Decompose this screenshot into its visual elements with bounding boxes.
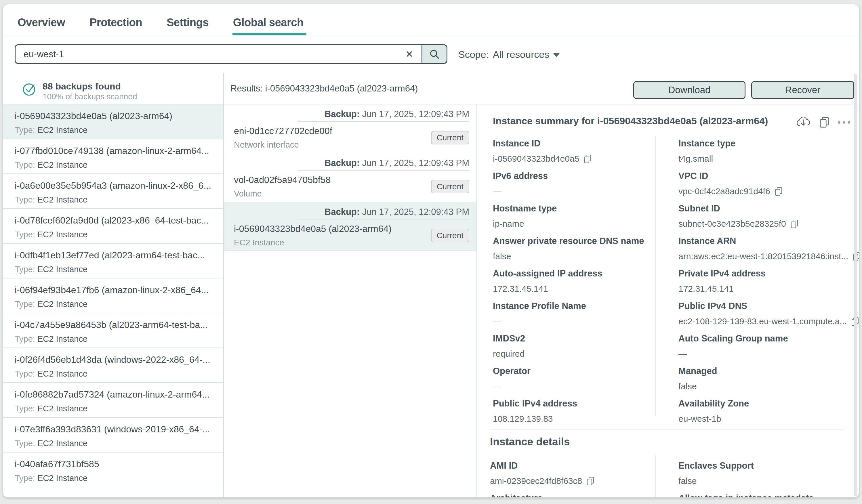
field-label: IPv6 address — [493, 171, 650, 181]
caret-down-icon — [553, 53, 560, 57]
backup-entries: Backup: Jun 17, 2025, 12:09:43 PM eni-0d… — [224, 104, 476, 498]
copy-icon[interactable] — [774, 187, 783, 196]
search-input[interactable]: eu-west-1 × — [15, 44, 422, 64]
download-button[interactable]: Download — [633, 81, 745, 99]
more-options-icon[interactable] — [838, 121, 850, 124]
list-item[interactable]: i-0d78fcef602fa9d0d (al2023-x86_64-test-… — [3, 209, 223, 244]
clear-search-button[interactable]: × — [404, 48, 415, 60]
instance-details-title: Instance details — [490, 436, 570, 448]
field-label: Instance type — [678, 138, 851, 149]
field-value: required — [493, 349, 650, 359]
field-label: Public IPv4 DNS — [678, 301, 851, 311]
backup-entry[interactable]: Backup: Jun 17, 2025, 12:09:43 PM eni-0d… — [224, 104, 476, 153]
scope-dropdown[interactable]: Scope: All resources — [458, 36, 560, 73]
tab-bar: Overview Protection Settings Global sear… — [3, 4, 859, 35]
field-value: false — [678, 476, 851, 486]
instance-summary-title: Instance summary for i-0569043323bd4e0a5… — [493, 115, 768, 127]
list-item[interactable]: i-07e3ff6a393d83631 (windows-2019-x86_64… — [3, 418, 223, 452]
tab-settings[interactable]: Settings — [167, 10, 209, 35]
field-value: — — [678, 349, 851, 359]
field-value: eu-west-1b — [678, 414, 851, 424]
field-label: VPC ID — [678, 171, 851, 181]
field-value: ip-name — [493, 218, 650, 229]
field-label: Allow tags in instance metadata — [678, 493, 851, 498]
status-badge: Current — [431, 229, 469, 242]
results-header-band: 88 backups found 100% of backups scanned… — [3, 73, 859, 104]
active-tab-underline — [233, 33, 306, 35]
field-value: ami-0239cec24fd8f63c8 — [490, 476, 647, 486]
scope-label: Scope: — [458, 49, 489, 60]
field-value: 172.31.45.141 — [678, 284, 851, 294]
list-item[interactable]: i-0a6e00e35e5b954a3 (amazon-linux-2-x86_… — [3, 174, 223, 209]
status-badge: Current — [431, 131, 469, 144]
field-value: vpc-0cf4c2a8adc91d4f6 — [678, 186, 851, 197]
field-label: Enclaves Support — [678, 461, 851, 471]
tab-global-search[interactable]: Global search — [233, 10, 303, 35]
field-label: Instance Profile Name — [493, 301, 650, 311]
entry-type: Network interface — [234, 140, 299, 149]
backups-found-count: 88 backups found — [42, 81, 137, 92]
field-column-divider — [655, 135, 656, 416]
list-item[interactable]: i-06f94ef93b4e17fb6 (amazon-linux-2-x86_… — [3, 278, 223, 313]
recover-button[interactable]: Recover — [751, 81, 854, 99]
backup-list: i-0569043323bd4e0a5 (al2023-arm64) Type:… — [3, 104, 223, 498]
list-item[interactable]: i-0fe86882b7ad57324 (amazon-linux-2-arm6… — [3, 383, 223, 418]
vertical-scrollbar[interactable] — [854, 74, 858, 496]
list-item[interactable]: i-0dfb4f1eb13ef77ed (al2023-arm64-test-b… — [3, 244, 223, 278]
field-label: Subnet ID — [678, 203, 851, 214]
field-label: Managed — [678, 366, 851, 376]
field-label: Auto-assigned IP address — [493, 268, 650, 279]
backup-entry[interactable]: Backup: Jun 17, 2025, 12:09:43 PM vol-0a… — [224, 153, 476, 202]
field-label: Availability Zone — [678, 398, 851, 409]
field-label: IMDSv2 — [493, 333, 650, 344]
field-column-divider — [655, 455, 656, 498]
copy-icon[interactable] — [586, 476, 595, 486]
page: { "tabs": { "items": [ { "label": "Overv… — [0, 0, 862, 504]
list-item[interactable]: i-0569043323bd4e0a5 (al2023-arm64) Type:… — [3, 104, 223, 139]
copy-icon[interactable] — [790, 219, 799, 229]
field-label: Public IPv4 address — [493, 398, 650, 409]
search-button[interactable] — [421, 44, 447, 64]
cloud-download-icon[interactable] — [796, 116, 811, 129]
copy-icon[interactable] — [819, 116, 830, 128]
search-toolbar: eu-west-1 × Scope: All resources — [3, 36, 859, 73]
status-badge: Current — [431, 180, 469, 193]
field-label: Hostname type — [493, 203, 650, 214]
results-title: Results: i-0569043323bd4e0a5 (al2023-arm… — [231, 83, 418, 94]
backup-entry[interactable]: Backup: Jun 17, 2025, 12:09:43 PM i-0569… — [224, 202, 476, 251]
field-value: 108.129.139.83 — [493, 414, 650, 424]
field-label: Private IPv4 address — [678, 268, 851, 279]
field-value: false — [493, 251, 650, 262]
field-value: t4g.small — [678, 154, 851, 164]
scan-status: 88 backups found 100% of backups scanned — [22, 81, 137, 102]
field-value: ec2-108-129-139-83.eu-west-1.compute.a..… — [678, 316, 851, 327]
list-item[interactable]: i-040afa67f731bf585 Type: EC2 Instance — [3, 452, 223, 487]
scope-value: All resources — [493, 49, 550, 60]
tab-overview[interactable]: Overview — [17, 10, 65, 35]
search-icon — [429, 48, 440, 60]
tab-protection[interactable]: Protection — [90, 10, 142, 35]
instance-summary-panel: Instance summary for i-0569043323bd4e0a5… — [477, 104, 859, 498]
search-input-value: eu-west-1 — [24, 49, 404, 59]
entry-name: i-0569043323bd4e0a5 (al2023-arm64) — [234, 224, 392, 234]
field-value: — — [493, 186, 650, 197]
content-area: i-0569043323bd4e0a5 (al2023-arm64) Type:… — [3, 104, 859, 498]
list-item[interactable]: i-04c7a455e9a86453b (al2023-arm64-test-b… — [3, 313, 223, 348]
entry-name: eni-0d1cc727702cde00f — [234, 126, 332, 136]
field-label: Instance ID — [493, 138, 650, 149]
field-label: AMI ID — [490, 461, 647, 471]
field-value: — — [493, 381, 650, 392]
field-value: — — [493, 316, 650, 327]
field-label: Architecture — [490, 493, 647, 498]
field-label: Instance ARN — [678, 236, 851, 246]
field-label: Answer private resource DNS name — [493, 236, 650, 246]
field-label: Operator — [493, 366, 650, 376]
copy-icon[interactable] — [583, 154, 592, 164]
field-value: false — [678, 381, 851, 392]
field-label: Auto Scaling Group name — [678, 333, 851, 344]
field-value: arn:aws:ec2:eu-west-1:820153921846:inst.… — [678, 251, 851, 262]
field-value: subnet-0c3e423b5e28325f0 — [678, 218, 851, 229]
global-search-panel: Overview Protection Settings Global sear… — [3, 4, 859, 498]
list-item[interactable]: i-0f26f4d56eb1d43da (windows-2022-x86_64… — [3, 348, 223, 383]
list-item[interactable]: i-077fbd010ce749138 (amazon-linux-2-arm6… — [3, 139, 223, 174]
